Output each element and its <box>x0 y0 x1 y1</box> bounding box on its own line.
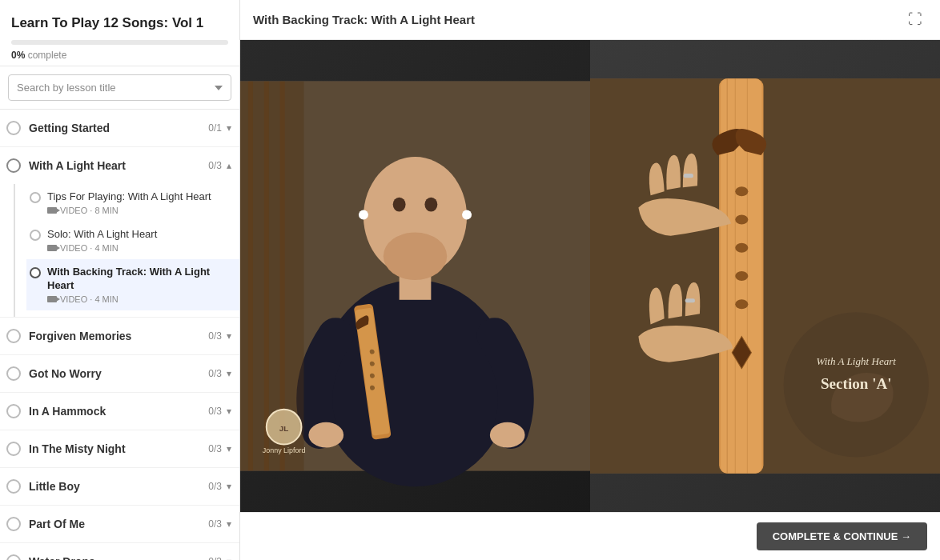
sidebar: Learn To Play 12 Songs: Vol 1 0% complet… <box>0 0 240 560</box>
sub-circle-backing-track <box>30 267 41 278</box>
flute-player-illustration: JL Jonny Lipford <box>240 40 590 512</box>
progress-bar-container <box>11 40 228 45</box>
lesson-section-header-part-of-me[interactable]: Part Of Me 0/3 ▾ <box>0 506 239 542</box>
svg-point-8 <box>359 210 368 220</box>
chevron-down-icon-forgiven: ▾ <box>227 330 231 342</box>
lesson-circle-in-the-misty-night <box>6 442 21 456</box>
svg-rect-20 <box>264 82 269 471</box>
progress-label: complete <box>28 50 67 61</box>
chevron-down-icon-water-drops: ▾ <box>227 556 231 560</box>
lesson-count-in-a-hammock: 0/3 <box>208 406 222 417</box>
lesson-section-header-forgiven-memories[interactable]: Forgiven Memories 0/3 ▾ <box>0 318 239 354</box>
chevron-down-icon-got-no-worry: ▾ <box>227 368 231 379</box>
search-input[interactable]: Search by lesson title <box>8 74 231 101</box>
sidebar-header: Learn To Play 12 Songs: Vol 1 0% complet… <box>0 0 239 66</box>
lesson-title-got-no-worry: Got No Worry <box>29 367 208 380</box>
svg-point-5 <box>384 232 447 280</box>
chevron-down-icon-getting-started: ▾ <box>227 122 231 134</box>
flute-closeup-illustration: With A Light Heart Section 'A' <box>590 40 940 512</box>
sub-lesson-meta-tips: VIDEO · 8 MIN <box>47 206 231 215</box>
lesson-section-header-got-no-worry[interactable]: Got No Worry 0/3 ▾ <box>0 355 239 392</box>
complete-continue-button[interactable]: COMPLETE & CONTINUE → <box>757 522 927 550</box>
lesson-title-getting-started: Getting Started <box>29 122 208 134</box>
lesson-section-in-a-hammock: In A Hammock 0/3 ▾ <box>0 393 239 430</box>
svg-rect-39 <box>684 174 693 178</box>
lesson-circle-part-of-me <box>6 517 21 531</box>
sub-lesson-info-backing: With Backing Track: With A Light Heart V… <box>47 266 231 304</box>
video-footer: COMPLETE & CONTINUE → <box>240 512 940 560</box>
lesson-count-in-the-misty-night: 0/3 <box>208 443 222 454</box>
lesson-section-little-boy: Little Boy 0/3 ▾ <box>0 468 239 506</box>
svg-point-35 <box>735 243 748 253</box>
sub-lesson-title-tips: Tips For Playing: With A Light Heart <box>47 190 231 204</box>
chevron-down-icon-little-boy: ▾ <box>227 481 231 492</box>
svg-point-2 <box>319 280 510 486</box>
lesson-section-part-of-me: Part Of Me 0/3 ▾ <box>0 506 239 543</box>
lesson-section-header-little-boy[interactable]: Little Boy 0/3 ▾ <box>0 468 239 505</box>
sub-lesson-backing-track[interactable]: With Backing Track: With A Light Heart V… <box>26 259 239 310</box>
lesson-circle-forgiven <box>6 329 21 343</box>
video-icon-backing <box>47 296 57 302</box>
svg-rect-40 <box>685 298 695 302</box>
svg-point-6 <box>393 198 406 212</box>
video-left-panel: JL Jonny Lipford <box>240 40 590 512</box>
lesson-circle-in-a-hammock <box>6 404 21 418</box>
lesson-section-header-with-a-light-heart[interactable]: With A Light Heart 0/3 ▴ <box>0 147 239 184</box>
lesson-title-little-boy: Little Boy <box>29 480 208 493</box>
lesson-circle-getting-started <box>6 121 21 135</box>
svg-point-36 <box>735 271 748 281</box>
lesson-title-part-of-me: Part Of Me <box>29 518 208 530</box>
svg-point-34 <box>735 214 748 224</box>
lesson-title-in-a-hammock: In A Hammock <box>29 405 208 418</box>
main-content: With Backing Track: With A Light Heart ⛶ <box>240 0 940 560</box>
video-icon-tips <box>47 207 57 214</box>
progress-text: 0% complete <box>11 50 228 61</box>
sub-lesson-title-solo: Solo: With A Light Heart <box>47 228 231 242</box>
sub-lesson-info-solo: Solo: With A Light Heart VIDEO · 4 MIN <box>47 228 231 253</box>
lesson-count-with-a-light-heart: 0/3 <box>208 160 222 171</box>
lesson-section-water-drops: Water Drops 0/3 ▾ <box>0 543 239 560</box>
video-icon-solo <box>47 245 57 251</box>
lesson-section-in-the-misty-night: In The Misty Night 0/3 ▾ <box>0 430 239 468</box>
lesson-section-header-water-drops[interactable]: Water Drops 0/3 ▾ <box>0 543 239 560</box>
chevron-up-icon-with-a-light-heart: ▴ <box>227 160 231 171</box>
lesson-circle-little-boy <box>6 479 21 494</box>
sub-circle-tips-playing <box>30 192 41 203</box>
chevron-down-icon-in-the-misty-night: ▾ <box>227 443 231 454</box>
lesson-circle-got-no-worry <box>6 366 21 381</box>
svg-text:JL: JL <box>279 424 289 433</box>
fullscreen-button[interactable]: ⛶ <box>903 10 927 30</box>
lesson-section-header-in-the-misty-night[interactable]: In The Misty Night 0/3 ▾ <box>0 430 239 467</box>
sub-lesson-meta-backing: VIDEO · 4 MIN <box>47 294 231 304</box>
lesson-section-got-no-worry: Got No Worry 0/3 ▾ <box>0 355 239 393</box>
sub-lessons-with-a-light-heart: Tips For Playing: With A Light Heart VID… <box>14 184 239 317</box>
sub-lesson-info-tips: Tips For Playing: With A Light Heart VID… <box>47 190 231 215</box>
svg-point-33 <box>735 186 748 196</box>
svg-rect-19 <box>248 82 253 471</box>
lesson-section-header-getting-started[interactable]: Getting Started 0/1 ▾ <box>0 110 239 146</box>
video-title: With Backing Track: With A Light Heart <box>253 13 475 26</box>
svg-point-37 <box>735 299 748 309</box>
svg-text:With A Light Heart: With A Light Heart <box>817 355 897 367</box>
lesson-count-got-no-worry: 0/3 <box>208 368 222 379</box>
svg-point-9 <box>462 210 472 220</box>
sub-circle-solo <box>30 230 41 241</box>
sub-lesson-solo[interactable]: Solo: With A Light Heart VIDEO · 4 MIN <box>26 222 239 259</box>
search-container[interactable]: Search by lesson title <box>0 66 239 110</box>
sub-lesson-tips-playing[interactable]: Tips For Playing: With A Light Heart VID… <box>26 184 239 222</box>
lesson-title-forgiven: Forgiven Memories <box>29 330 208 342</box>
video-right-panel: With A Light Heart Section 'A' <box>590 40 940 512</box>
chevron-down-icon-part-of-me: ▾ <box>227 518 231 530</box>
lesson-section-header-in-a-hammock[interactable]: In A Hammock 0/3 ▾ <box>0 393 239 430</box>
lesson-title-water-drops: Water Drops <box>29 555 208 560</box>
lesson-count-forgiven: 0/3 <box>208 330 222 342</box>
video-header: With Backing Track: With A Light Heart ⛶ <box>240 0 940 40</box>
svg-point-11 <box>490 422 525 448</box>
video-area: JL Jonny Lipford <box>240 40 940 512</box>
lesson-section-forgiven-memories: Forgiven Memories 0/3 ▾ <box>0 318 239 355</box>
lesson-circle-water-drops <box>6 554 21 560</box>
lesson-title-in-the-misty-night: In The Misty Night <box>29 442 208 455</box>
lesson-section-with-a-light-heart: With A Light Heart 0/3 ▴ Tips For Playin… <box>0 147 239 318</box>
lesson-circle-with-a-light-heart <box>6 158 21 173</box>
lessons-list: Getting Started 0/1 ▾ With A Light Heart… <box>0 110 239 560</box>
